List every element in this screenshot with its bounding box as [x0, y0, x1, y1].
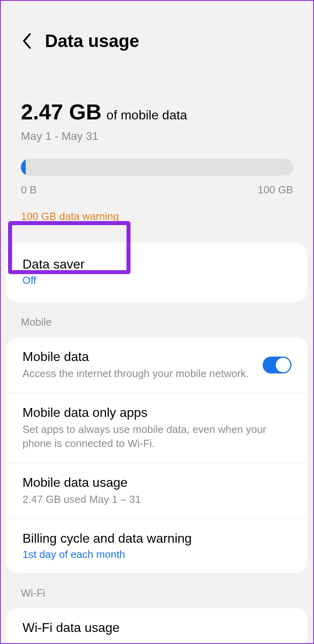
usage-suffix: of mobile data [106, 108, 187, 123]
mobile-data-title: Mobile data [22, 349, 255, 364]
wifi-data-usage-row[interactable]: Wi-Fi data usage [6, 608, 308, 644]
header: Data usage [1, 1, 313, 63]
mobile-data-row[interactable]: Mobile data Access the internet through … [6, 337, 308, 393]
billing-cycle-title: Billing cycle and data warning [22, 531, 292, 546]
mobile-data-toggle[interactable] [263, 357, 292, 373]
mobile-only-apps-text: Mobile data only apps Set apps to always… [22, 405, 292, 451]
section-header-mobile: Mobile [1, 302, 313, 337]
usage-date-range: May 1 - May 31 [21, 130, 293, 143]
usage-progress-bar[interactable] [21, 159, 293, 176]
usage-summary: 2.47 GB of mobile data May 1 - May 31 0 … [1, 63, 313, 231]
data-saver-title: Data saver [22, 257, 292, 272]
mobile-data-text: Mobile data Access the internet through … [22, 349, 255, 381]
mobile-only-apps-desc: Set apps to always use mobile data, even… [22, 422, 292, 451]
progress-min-label: 0 B [21, 184, 37, 196]
data-saver-status: Off [22, 274, 292, 287]
progress-labels: 0 B 100 GB [21, 184, 293, 196]
billing-cycle-text: Billing cycle and data warning 1st day o… [22, 531, 292, 561]
usage-progress-fill [21, 159, 26, 176]
mobile-data-desc: Access the internet through your mobile … [22, 367, 255, 381]
data-saver-row[interactable]: Data saver Off [6, 243, 308, 302]
billing-cycle-status: 1st day of each month [22, 548, 292, 561]
usage-amount: 2.47 GB [21, 99, 102, 124]
wifi-data-usage-title: Wi-Fi data usage [22, 620, 292, 635]
usage-amount-row: 2.47 GB of mobile data [21, 99, 293, 124]
toggle-knob [276, 358, 290, 372]
progress-max-label: 100 GB [258, 184, 293, 196]
data-warning-text: 100 GB data warning [21, 210, 293, 223]
back-icon[interactable] [21, 32, 33, 50]
mobile-only-apps-row[interactable]: Mobile data only apps Set apps to always… [6, 393, 308, 463]
mobile-data-usage-row[interactable]: Mobile data usage 2.47 GB used May 1 – 3… [6, 463, 308, 519]
mobile-data-usage-title: Mobile data usage [22, 475, 292, 490]
mobile-only-apps-title: Mobile data only apps [22, 405, 292, 420]
page-title: Data usage [45, 31, 139, 51]
section-header-wifi: Wi-Fi [1, 573, 313, 608]
mobile-data-usage-desc: 2.47 GB used May 1 – 31 [22, 492, 292, 507]
mobile-data-usage-text: Mobile data usage 2.47 GB used May 1 – 3… [22, 475, 292, 507]
mobile-section-card: Mobile data Access the internet through … [6, 337, 308, 573]
billing-cycle-row[interactable]: Billing cycle and data warning 1st day o… [6, 519, 308, 573]
